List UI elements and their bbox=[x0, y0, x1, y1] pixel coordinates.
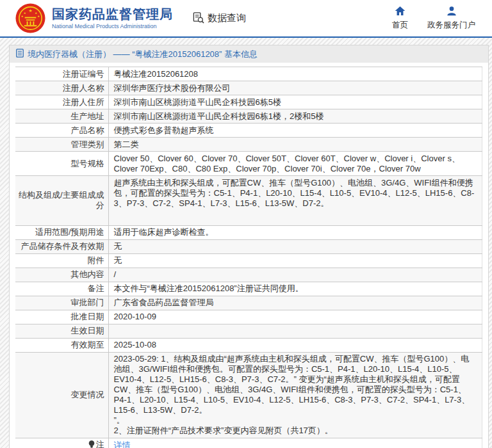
header-nav: 首页 政务服务门户 bbox=[392, 6, 492, 31]
table-row: 注册人住所 深圳市南山区桃源街道平山民企科技园6栋5楼 bbox=[15, 95, 482, 109]
document-icon bbox=[16, 49, 24, 60]
data-query-label: 数据查询 bbox=[208, 12, 246, 24]
row-label: 产品储存条件及有效期 bbox=[15, 239, 108, 253]
table-row: 注册证编号 粤械注准20152061208 bbox=[15, 67, 482, 81]
row-label-text: 批准日期 bbox=[71, 312, 104, 321]
row-label: 注 bbox=[15, 438, 108, 448]
row-label-text: 附件 bbox=[88, 255, 104, 265]
table-row: 附件 无 bbox=[15, 253, 482, 268]
row-label: 其他内容 bbox=[15, 268, 108, 282]
table-row: 审批部门 广东省食品药品监督管理局 bbox=[15, 296, 482, 310]
row-label-text: 产品名称 bbox=[71, 125, 104, 135]
row-value: 深圳华声医疗技术股份有限公司 bbox=[108, 81, 482, 95]
document-search-icon bbox=[192, 12, 204, 26]
row-label-text: 备注 bbox=[88, 284, 104, 293]
header-divider bbox=[0, 36, 492, 38]
row-label-text: 注 bbox=[96, 440, 104, 448]
row-label: 有效期至 bbox=[15, 338, 108, 352]
svg-text:★: ★ bbox=[24, 12, 26, 15]
row-value: 本文件与“粤械注准20152061208”注册证共同使用。 bbox=[108, 282, 482, 296]
data-query-link[interactable]: 数据查询 bbox=[192, 12, 246, 26]
agency-title-block: 国家药品监督管理局 National Medical Products Admi… bbox=[52, 7, 173, 29]
note-bulb-icon bbox=[88, 440, 95, 448]
row-label-text: 生效日期 bbox=[71, 326, 104, 335]
row-value: 无 bbox=[108, 239, 482, 253]
table-row: 产品名称 便携式彩色多普勒超声系统 bbox=[15, 124, 482, 138]
site-header: ★ ★ ★ ★ ★ 国家药品监督管理局 National Medical Pro… bbox=[0, 0, 492, 36]
table-row: 型号规格 Clover 50、Clover 60、Clover 70、Clove… bbox=[15, 152, 482, 176]
row-value: 便携式彩色多普勒超声系统 bbox=[108, 124, 482, 138]
svg-text:★: ★ bbox=[37, 15, 40, 18]
user-icon bbox=[447, 6, 457, 18]
row-value: 无 bbox=[108, 253, 482, 268]
table-row: 注册人名称 深圳华声医疗技术股份有限公司 bbox=[15, 81, 482, 95]
table-row: 变更情况 2023-05-29: 1、结构及组成由“超声系统由主机和探头组成，可… bbox=[15, 352, 482, 438]
table-row: 结构及组成/主要组成成分 超声系统由主机和探头组成，可配置CW、推车（型号G10… bbox=[15, 176, 482, 226]
info-table-body: 注册证编号 粤械注准20152061208 注册人名称 深圳华声医疗技术股份有限… bbox=[15, 67, 482, 448]
row-value: 第二类 bbox=[108, 138, 482, 152]
row-label-text: 结构及组成/主要组成成分 bbox=[19, 190, 104, 210]
svg-text:★: ★ bbox=[21, 15, 24, 18]
row-label-text: 注册人名称 bbox=[63, 83, 104, 93]
row-label-text: 注册人住所 bbox=[63, 97, 104, 107]
row-label-text: 适用范围/预期用途 bbox=[35, 227, 104, 237]
row-label: 审批部门 bbox=[15, 296, 108, 310]
row-label: 备注 bbox=[15, 282, 108, 296]
row-label-text: 其他内容 bbox=[71, 269, 104, 279]
row-label: 型号规格 bbox=[15, 152, 108, 176]
row-label: 生产地址 bbox=[15, 109, 108, 124]
row-label: 生效日期 bbox=[15, 324, 108, 338]
table-row: 有效期至 2025-10-08 bbox=[15, 338, 482, 352]
row-label-text: 生产地址 bbox=[71, 111, 104, 121]
table-row: 适用范围/预期用途 适用于临床超声诊断检查。 bbox=[15, 225, 482, 239]
table-row: 生产地址 深圳市南山区桃源街道平山民企科技园6栋1楼，2楼和5楼 bbox=[15, 109, 482, 124]
row-label-text: 注册证编号 bbox=[63, 69, 104, 79]
agency-name-cn: 国家药品监督管理局 bbox=[52, 7, 173, 22]
table-row: 注 详情 bbox=[15, 438, 482, 448]
row-label: 结构及组成/主要组成成分 bbox=[15, 176, 108, 226]
row-label: 注册人名称 bbox=[15, 81, 108, 95]
row-label-text: 型号规格 bbox=[71, 159, 104, 168]
breadcrumb-text: 境内医疗器械（注册） —— “粤械注准20152061208” 基本信息 bbox=[28, 49, 258, 60]
row-label: 适用范围/预期用途 bbox=[15, 225, 108, 239]
row-value: Clover 50、Clover 60、Clover 70、Clover 50T… bbox=[108, 152, 482, 176]
table-row: 备注 本文件与“粤械注准20152061208”注册证共同使用。 bbox=[15, 282, 482, 296]
table-row: 批准日期 2020-10-09 bbox=[15, 310, 482, 324]
table-row: 产品储存条件及有效期 无 bbox=[15, 239, 482, 253]
row-value: 广东省食品药品监督管理局 bbox=[108, 296, 482, 310]
svg-text:★: ★ bbox=[28, 8, 32, 13]
row-label: 管理类别 bbox=[15, 138, 108, 152]
row-label-text: 管理类别 bbox=[71, 140, 104, 149]
content-panel: 境内医疗器械（注册） —— “粤械注准20152061208” 基本信息 注册证… bbox=[9, 45, 489, 448]
row-label: 批准日期 bbox=[15, 310, 108, 324]
row-label: 注册证编号 bbox=[15, 67, 108, 81]
row-label-text: 有效期至 bbox=[71, 340, 104, 349]
row-value: 深圳市南山区桃源街道平山民企科技园6栋1楼，2楼和5楼 bbox=[108, 109, 482, 124]
row-value: 2020-10-09 bbox=[108, 310, 482, 324]
breadcrumb: 境内医疗器械（注册） —— “粤械注准20152061208” 基本信息 bbox=[10, 45, 488, 63]
row-label: 附件 bbox=[15, 253, 108, 268]
row-value: 深圳市南山区桃源街道平山民企科技园6栋5楼 bbox=[108, 95, 482, 109]
row-value: 粤械注准20152061208 bbox=[108, 67, 482, 81]
table-row: 管理类别 第二类 bbox=[15, 138, 482, 152]
home-icon bbox=[395, 6, 406, 18]
row-value: 2023-05-29: 1、结构及组成由“超声系统由主机和探头组成，可配置CW、… bbox=[108, 352, 482, 438]
row-label-text: 产品储存条件及有效期 bbox=[21, 241, 104, 251]
registration-info-table: 注册证编号 粤械注准20152061208 注册人名称 深圳华声医疗技术股份有限… bbox=[15, 67, 482, 448]
row-value: 超声系统由主机和探头组成，可配置CW、推车（型号G100）、电池组、3G/4G、… bbox=[108, 176, 482, 226]
row-label: 产品名称 bbox=[15, 124, 108, 138]
row-label-text: 审批部门 bbox=[71, 298, 104, 307]
table-row: 其他内容 / bbox=[15, 268, 482, 282]
row-value bbox=[108, 324, 482, 338]
row-value: 2025-10-08 bbox=[108, 338, 482, 352]
row-label: 变更情况 bbox=[15, 352, 108, 438]
details-link[interactable]: 详情 bbox=[114, 440, 131, 448]
row-value: / bbox=[108, 268, 482, 282]
row-label: 注册人住所 bbox=[15, 95, 108, 109]
row-value: 详情 bbox=[108, 438, 482, 448]
nav-home[interactable]: 首页 bbox=[392, 6, 408, 31]
agency-name-en: National Medical Products Administration bbox=[52, 23, 173, 29]
nav-gov-portal[interactable]: 政务服务门户 bbox=[427, 6, 475, 31]
row-value: 适用于临床超声诊断检查。 bbox=[108, 225, 482, 239]
national-emblem-icon: ★ ★ ★ ★ ★ bbox=[15, 3, 45, 33]
